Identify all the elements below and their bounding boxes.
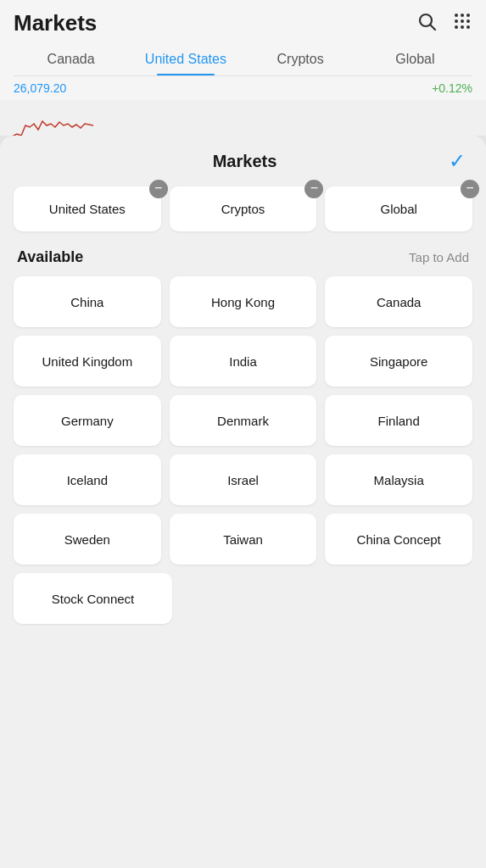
available-card-china[interactable]: China bbox=[14, 276, 161, 327]
available-card-singapore[interactable]: Singapore bbox=[325, 336, 472, 387]
active-card-cryptos[interactable]: − Cryptos bbox=[170, 186, 317, 231]
available-card-stock-connect[interactable]: Stock Connect bbox=[14, 573, 172, 624]
remove-global-button[interactable]: − bbox=[461, 180, 479, 198]
confirm-button[interactable]: ✓ bbox=[449, 149, 466, 173]
modal-overlay: Markets ✓ − United States − Cryptos − Gl… bbox=[0, 136, 486, 868]
ticker-change: +0.12% bbox=[432, 81, 472, 95]
tap-to-add-label[interactable]: Tap to Add bbox=[409, 250, 469, 264]
header-row: Markets bbox=[14, 10, 472, 43]
svg-point-4 bbox=[466, 14, 470, 17]
active-section: − United States − Cryptos − Global bbox=[14, 186, 472, 231]
remove-united-states-button[interactable]: − bbox=[149, 180, 168, 198]
grid-row-5: Sweden Taiwan China Concept bbox=[14, 514, 472, 565]
grid-row-6: Stock Connect bbox=[14, 573, 472, 624]
available-card-hong-kong[interactable]: Hong Kong bbox=[170, 276, 317, 327]
tabs-row: Canada United States Cryptos Global bbox=[14, 43, 472, 76]
app-title: Markets bbox=[14, 10, 97, 36]
remove-cryptos-button[interactable]: − bbox=[304, 180, 323, 198]
available-card-india[interactable]: India bbox=[170, 336, 317, 387]
grid-row-4: Iceland Israel Malaysia bbox=[14, 454, 472, 505]
grid-icon[interactable] bbox=[452, 11, 472, 36]
svg-point-6 bbox=[461, 19, 464, 23]
grid-row-1: China Hong Kong Canada bbox=[14, 276, 472, 327]
available-card-china-concept[interactable]: China Concept bbox=[325, 514, 472, 565]
active-card-united-states[interactable]: − United States bbox=[14, 186, 161, 231]
section-header: Available Tap to Add bbox=[14, 248, 472, 266]
active-card-global[interactable]: − Global bbox=[325, 186, 472, 231]
available-card-taiwan[interactable]: Taiwan bbox=[170, 514, 317, 565]
active-card-label: Cryptos bbox=[221, 202, 265, 216]
active-card-label: United States bbox=[49, 202, 126, 216]
modal: Markets ✓ − United States − Cryptos − Gl… bbox=[0, 136, 486, 868]
svg-point-3 bbox=[461, 14, 464, 17]
available-card-united-kingdom[interactable]: United Kingdom bbox=[14, 336, 161, 387]
tab-cryptos[interactable]: Cryptos bbox=[243, 43, 358, 75]
svg-point-9 bbox=[461, 25, 464, 29]
grid-row-2: United Kingdom India Singapore bbox=[14, 336, 472, 387]
available-card-canada[interactable]: Canada bbox=[325, 276, 472, 327]
active-card-label: Global bbox=[381, 202, 417, 216]
available-card-malaysia[interactable]: Malaysia bbox=[325, 454, 472, 505]
svg-point-10 bbox=[466, 25, 470, 29]
search-icon[interactable] bbox=[416, 11, 437, 36]
grid-row-3: Germany Denmark Finland bbox=[14, 395, 472, 446]
available-card-denmark[interactable]: Denmark bbox=[170, 395, 317, 446]
available-card-sweden[interactable]: Sweden bbox=[14, 514, 161, 565]
ticker-value: 26,079.20 bbox=[14, 81, 66, 95]
tab-united-states[interactable]: United States bbox=[128, 43, 243, 75]
available-card-germany[interactable]: Germany bbox=[14, 395, 161, 446]
svg-point-8 bbox=[455, 25, 458, 29]
tab-global[interactable]: Global bbox=[358, 43, 472, 75]
tab-canada[interactable]: Canada bbox=[14, 43, 128, 75]
svg-point-7 bbox=[466, 19, 470, 23]
available-grid: China Hong Kong Canada United Kingdom In… bbox=[14, 276, 472, 624]
available-card-iceland[interactable]: Iceland bbox=[14, 454, 161, 505]
svg-line-1 bbox=[431, 25, 436, 30]
header-icons bbox=[416, 11, 472, 36]
svg-point-5 bbox=[455, 19, 458, 23]
modal-header: Markets ✓ bbox=[14, 149, 472, 173]
top-bar: Markets Canada United States Cryptos Glo… bbox=[0, 0, 486, 76]
ticker-bar: 26,079.20 +0.12% bbox=[0, 76, 486, 100]
svg-point-2 bbox=[455, 14, 458, 17]
available-label: Available bbox=[17, 248, 83, 266]
available-card-israel[interactable]: Israel bbox=[170, 454, 317, 505]
available-card-finland[interactable]: Finland bbox=[325, 395, 472, 446]
modal-title: Markets bbox=[41, 152, 449, 171]
